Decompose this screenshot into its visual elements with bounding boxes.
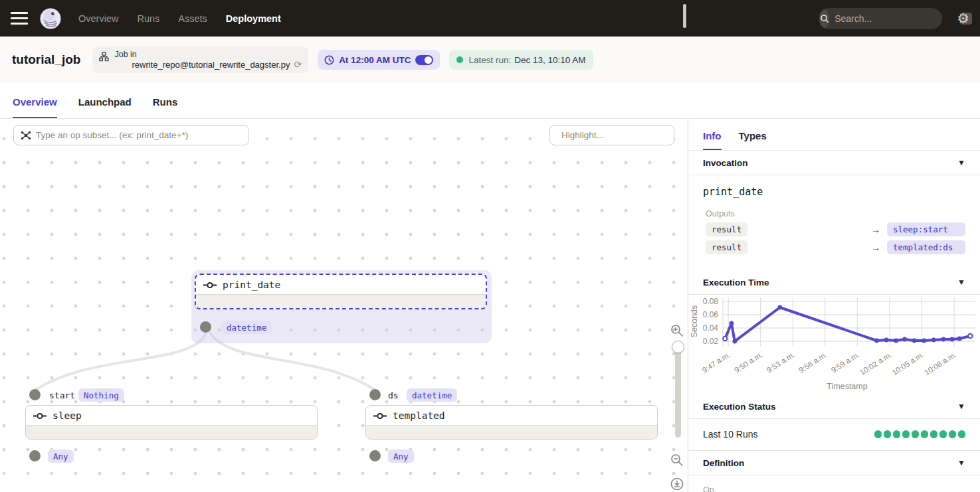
section-title: Invocation bbox=[703, 158, 748, 168]
op-node-name: templated bbox=[393, 410, 445, 421]
definition-body: Op print_date bbox=[688, 475, 980, 492]
input-port-sleep-start[interactable] bbox=[29, 389, 41, 400]
tab-launchpad[interactable]: Launchpad bbox=[78, 96, 132, 118]
clock-icon bbox=[324, 55, 334, 65]
global-search[interactable]: / bbox=[819, 8, 942, 29]
latest-run-label: Latest run: bbox=[468, 55, 511, 65]
section-header-execution-time[interactable]: Execution Time ▼ bbox=[688, 270, 980, 295]
chevron-down-icon: ▼ bbox=[957, 158, 965, 167]
panel-tab-types[interactable]: Types bbox=[739, 130, 767, 150]
job-tabs: Overview Launchpad Runs bbox=[0, 83, 980, 119]
op-graph-canvas[interactable]: print_date datetime start Nothing sleep … bbox=[0, 119, 688, 492]
section-header-invocation[interactable]: Invocation ▼ bbox=[688, 151, 980, 175]
op-subset-input-wrap bbox=[13, 125, 249, 145]
highlight-input[interactable] bbox=[561, 130, 679, 140]
op-node-templated[interactable]: templated bbox=[365, 405, 658, 440]
op-node-name: print_date bbox=[223, 280, 280, 290]
op-node-sleep[interactable]: sleep bbox=[25, 405, 318, 440]
schedule-label: At 12:00 AM UTC bbox=[339, 55, 411, 65]
output-port-templated[interactable] bbox=[369, 450, 381, 461]
latest-run-time: Dec 13, 10:10 AM bbox=[514, 55, 585, 65]
section-title: Definition bbox=[703, 458, 744, 468]
svg-text:Timestamp: Timestamp bbox=[827, 382, 867, 391]
top-nav: Overview Runs Assets Deployment / ⚙ bbox=[0, 0, 980, 37]
input-port-templated-ds[interactable] bbox=[369, 389, 381, 400]
output-type-badge-datetime[interactable]: datetime bbox=[221, 321, 272, 334]
svg-text:0.08: 0.08 bbox=[703, 297, 719, 306]
latest-run-pill[interactable]: Latest run: Dec 13, 10:10 AM bbox=[449, 50, 593, 70]
last-10-runs-label: Last 10 Runs bbox=[703, 429, 758, 440]
tab-runs[interactable]: Runs bbox=[153, 96, 178, 118]
last-10-runs-row: Last 10 Runs bbox=[688, 419, 980, 451]
section-title: Execution Time bbox=[703, 278, 769, 287]
arrow-right-icon: → bbox=[871, 224, 880, 235]
settings-gear-icon[interactable]: ⚙ bbox=[957, 11, 969, 25]
execution-time-chart: 0.020.040.060.089:47 a.m.9:50 a.m.9:53 a… bbox=[688, 295, 979, 392]
tab-overview[interactable]: Overview bbox=[13, 96, 57, 118]
chevron-down-icon: ▼ bbox=[957, 458, 965, 467]
nav-item-overview[interactable]: Overview bbox=[78, 13, 118, 24]
invocation-op-name: print_date bbox=[703, 186, 965, 198]
section-header-definition[interactable]: Definition ▼ bbox=[688, 451, 980, 475]
input-type-badge-datetime[interactable]: datetime bbox=[407, 388, 457, 402]
zoom-slider-handle[interactable] bbox=[672, 341, 684, 353]
op-node-body bbox=[26, 425, 317, 439]
op-kind-label: Op bbox=[703, 485, 965, 492]
schedule-pill[interactable]: At 12:00 AM UTC bbox=[318, 50, 440, 70]
op-node-print-date[interactable]: print_date bbox=[195, 274, 487, 309]
zoom-in-icon[interactable] bbox=[670, 324, 684, 337]
op-icon bbox=[373, 412, 387, 420]
chevron-down-icon: ▼ bbox=[957, 402, 965, 411]
nav-item-deployment[interactable]: Deployment bbox=[226, 13, 281, 24]
nav-item-assets[interactable]: Assets bbox=[178, 13, 207, 24]
chevron-down-icon: ▼ bbox=[957, 278, 965, 287]
outputs-label: Outputs bbox=[703, 209, 965, 218]
svg-text:9:47 a.m.: 9:47 a.m. bbox=[700, 351, 732, 374]
zoom-slider-track[interactable] bbox=[675, 341, 681, 438]
primary-nav: Overview Runs Assets Deployment bbox=[78, 13, 281, 24]
fit-view-icon[interactable] bbox=[670, 477, 684, 491]
schedule-toggle[interactable] bbox=[415, 55, 433, 65]
highlight-input-wrap bbox=[549, 125, 674, 145]
op-subset-input[interactable] bbox=[36, 130, 242, 140]
output-chip-result: result bbox=[706, 240, 747, 254]
svg-text:9:50 a.m.: 9:50 a.m. bbox=[733, 351, 764, 374]
panel-tab-info[interactable]: Info bbox=[703, 130, 722, 150]
op-icon bbox=[203, 282, 217, 289]
search-icon bbox=[820, 9, 829, 28]
svg-text:Seconds: Seconds bbox=[690, 305, 699, 338]
dagster-logo-icon[interactable] bbox=[39, 7, 62, 31]
op-node-body bbox=[196, 294, 486, 308]
output-port-sleep[interactable] bbox=[29, 450, 41, 461]
svg-text:0.06: 0.06 bbox=[703, 310, 719, 319]
page-title: tutorial_job bbox=[12, 52, 80, 67]
search-input[interactable] bbox=[829, 13, 960, 24]
run-status-dots[interactable] bbox=[874, 430, 966, 438]
panel-tabs: Info Types bbox=[688, 119, 980, 151]
input-name-ds: ds bbox=[388, 390, 399, 400]
output-target-sleep-start[interactable]: sleep:start bbox=[887, 222, 965, 236]
job-header: tutorial_job Job in rewrite_repo@tutoria… bbox=[0, 37, 980, 83]
output-target-templated-ds[interactable]: templated:ds bbox=[887, 240, 965, 254]
section-title: Execution Status bbox=[703, 402, 776, 412]
section-header-execution-status[interactable]: Execution Status ▼ bbox=[688, 394, 980, 419]
svg-text:0.04: 0.04 bbox=[703, 323, 719, 333]
svg-text:10:08 a.m.: 10:08 a.m. bbox=[923, 351, 957, 377]
refresh-icon[interactable]: ⟳ bbox=[294, 59, 302, 70]
output-type-badge-any[interactable]: Any bbox=[48, 450, 74, 463]
arrow-right-icon: → bbox=[871, 242, 880, 253]
svg-text:0.02: 0.02 bbox=[703, 337, 719, 346]
hamburger-menu-icon[interactable] bbox=[11, 12, 28, 25]
job-location-pill[interactable]: Job in rewrite_repo@tutorial_rewrite_dag… bbox=[92, 46, 308, 73]
invocation-body: print_date Outputs result → sleep:start … bbox=[688, 175, 980, 270]
op-info-panel: Info Types Invocation ▼ print_date Outpu… bbox=[688, 119, 980, 492]
run-status-dot bbox=[456, 56, 463, 63]
svg-text:9:59 a.m.: 9:59 a.m. bbox=[830, 351, 861, 374]
op-selector-icon bbox=[21, 130, 31, 141]
input-name-start: start bbox=[49, 390, 75, 400]
input-type-badge-nothing[interactable]: Nothing bbox=[78, 388, 124, 402]
output-type-badge-any-2[interactable]: Any bbox=[388, 450, 414, 463]
nav-item-runs[interactable]: Runs bbox=[137, 13, 159, 24]
output-port-print-date[interactable] bbox=[200, 321, 211, 333]
zoom-out-icon[interactable] bbox=[670, 453, 684, 467]
